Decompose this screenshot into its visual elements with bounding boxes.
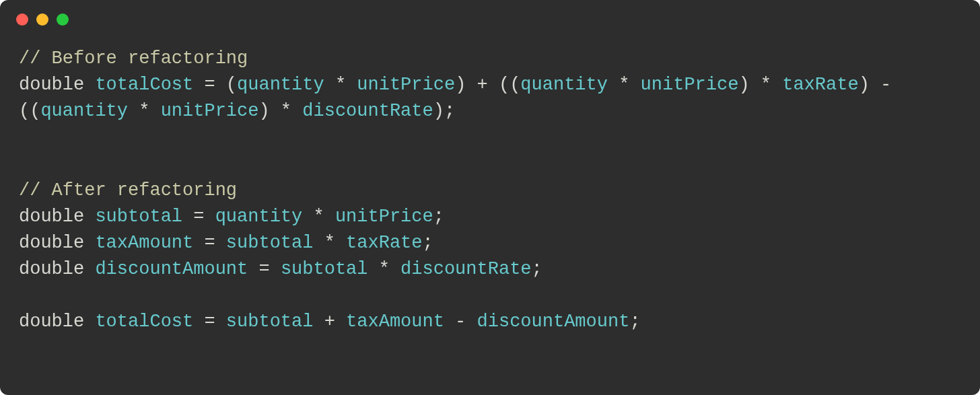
code-line: double totalCost = subtotal + taxAmount …	[19, 309, 961, 335]
code-token-ident: discountRate	[302, 101, 433, 121]
code-token-ident: discountAmount	[477, 312, 630, 332]
code-token-op: *	[324, 75, 357, 95]
code-token-ident: subtotal	[226, 233, 314, 253]
code-comment-line: // After refactoring	[19, 178, 961, 204]
code-token-ident: totalCost	[95, 75, 193, 95]
code-token-op: ) + ((	[455, 75, 520, 95]
window-controls	[0, 0, 980, 32]
code-token-ident: taxAmount	[346, 312, 444, 332]
code-token-op: +	[313, 312, 346, 332]
code-token-ident: discountAmount	[95, 259, 248, 279]
code-token-op: *	[302, 207, 335, 227]
code-token-ident: quantity	[40, 101, 128, 121]
code-line: double subtotal = quantity * unitPrice;	[19, 204, 961, 230]
code-token-punct: ;	[532, 259, 542, 279]
code-token-op: *	[368, 259, 401, 279]
code-token-op: ) *	[258, 101, 302, 121]
code-token-ident: quantity	[215, 207, 303, 227]
close-icon[interactable]	[16, 13, 28, 26]
code-token-comment: // After refactoring	[19, 180, 237, 201]
code-token-ident: unitPrice	[335, 207, 433, 227]
code-token-op: *	[313, 233, 346, 253]
code-line: double discountAmount = subtotal * disco…	[19, 256, 961, 283]
code-token-keyword: double	[19, 312, 95, 332]
code-token-op: =	[248, 259, 281, 279]
code-token-ident: totalCost	[95, 312, 193, 332]
code-token-keyword: double	[19, 259, 95, 279]
code-comment-line: // Before refactoring	[19, 46, 961, 72]
code-token-ident: subtotal	[226, 312, 314, 332]
code-token-ident: taxAmount	[95, 233, 193, 253]
code-token-ident: taxRate	[346, 233, 422, 253]
code-token-ident: subtotal	[95, 207, 182, 227]
code-token-op: -	[444, 312, 477, 332]
code-token-ident: quantity	[520, 75, 608, 95]
code-content: // Before refactoringdouble totalCost = …	[0, 32, 980, 356]
maximize-icon[interactable]	[57, 13, 69, 26]
code-token-ident: unitPrice	[161, 101, 259, 121]
code-token-op: *	[608, 75, 641, 95]
code-token-ident: discountRate	[400, 259, 531, 279]
blank-line	[19, 124, 961, 151]
code-token-op: =	[193, 312, 226, 332]
code-token-op: = (	[193, 75, 237, 95]
code-token-punct: ;	[433, 207, 444, 227]
code-token-op: ) *	[738, 75, 782, 95]
code-token-keyword: double	[19, 233, 95, 253]
code-token-op: =	[182, 207, 215, 227]
code-token-op: *	[128, 101, 161, 121]
code-token-punct: );	[433, 101, 455, 121]
code-token-keyword: double	[19, 75, 95, 95]
blank-line	[19, 151, 961, 178]
code-line: double totalCost = (quantity * unitPrice…	[19, 72, 961, 124]
code-token-ident: unitPrice	[641, 75, 739, 95]
code-token-ident: taxRate	[782, 75, 858, 95]
code-token-comment: // Before refactoring	[19, 48, 248, 69]
code-token-op: =	[193, 233, 226, 253]
code-token-ident: subtotal	[281, 259, 368, 279]
blank-line	[19, 283, 961, 309]
code-line: double taxAmount = subtotal * taxRate;	[19, 230, 961, 256]
code-token-ident: unitPrice	[357, 75, 455, 95]
code-token-ident: quantity	[237, 75, 324, 95]
code-token-keyword: double	[19, 207, 95, 227]
code-editor-window: // Before refactoringdouble totalCost = …	[0, 0, 980, 395]
code-token-punct: ;	[629, 312, 640, 332]
minimize-icon[interactable]	[36, 13, 48, 26]
code-token-punct: ;	[423, 233, 433, 253]
